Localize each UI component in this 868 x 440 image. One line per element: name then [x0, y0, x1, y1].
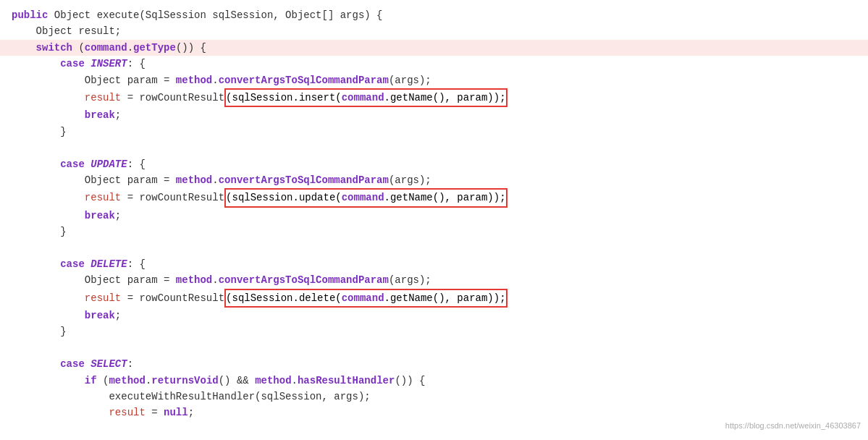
keyword-case-select: case	[60, 356, 85, 372]
result-var-insert: result	[85, 90, 121, 106]
result-var-update: result	[85, 190, 121, 206]
method-method-insert: method	[176, 72, 212, 88]
keyword-public: public	[12, 7, 48, 23]
code-line-24-exec-handler: executeWithResultHandler(sqlSession, arg…	[0, 389, 868, 405]
method-convertArgs-update: convertArgsToSqlCommandParam	[219, 172, 389, 188]
code-line-17-param-delete: Object param = method . convertArgsToSql…	[0, 272, 868, 288]
case-select-label: SELECT	[90, 356, 127, 372]
code-line-19-break-delete: break ;	[0, 308, 868, 323]
code-line-16-case-delete: case DELETE : {	[0, 256, 868, 272]
code-line-4-case-insert: case INSERT : {	[0, 56, 868, 72]
code-line-22-case-select: case SELECT :	[0, 356, 868, 372]
result-var-delete: result	[85, 290, 121, 306]
method-method-update: method	[176, 172, 212, 188]
code-line-blank-2	[0, 240, 868, 255]
case-insert-label: INSERT	[90, 56, 127, 72]
method-command: command	[85, 40, 127, 56]
code-line-11-param-update: Object param = method . convertArgsToSql…	[0, 172, 868, 188]
keyword-if-select: if	[85, 373, 97, 389]
method-getType: getType	[133, 40, 176, 56]
code-line-13-break-update: break ;	[0, 208, 868, 224]
code-line-12-result-update: result = rowCountResult (sqlSession.upda…	[0, 188, 868, 207]
method-method-delete: method	[176, 272, 212, 288]
method-method-select-1: method	[109, 373, 145, 389]
keyword-case-update: case	[60, 156, 85, 172]
code-line-25-result-null: result = null ;	[0, 405, 868, 420]
method-hasResultHandler: hasResultHandler	[298, 373, 395, 389]
case-update-label: UPDATE	[90, 156, 127, 172]
watermark: https://blog.csdn.net/weixin_46303867	[725, 420, 861, 433]
method-convertArgs-insert: convertArgsToSqlCommandParam	[219, 72, 389, 88]
boxed-update: (sqlSession.update(command.getName(), pa…	[224, 188, 507, 207]
keyword-break-insert: break	[85, 107, 115, 123]
code-line-10-case-update: case UPDATE : {	[0, 156, 868, 172]
code-line-14-close-update: }	[0, 224, 868, 240]
code-line-8-close-insert: }	[0, 124, 868, 140]
code-line-23-if-select: if ( method . returnsVoid () && method .…	[0, 373, 868, 389]
keyword-switch: switch	[36, 40, 72, 56]
code-line-6-result-insert: result = rowCountResult (sqlSession.inse…	[0, 88, 868, 107]
keyword-break-delete: break	[85, 308, 115, 323]
code-line-5-param-insert: Object param = method . convertArgsToSql…	[0, 72, 868, 88]
boxed-insert: (sqlSession.insert(command.getName(), pa…	[224, 88, 507, 107]
code-line-1: public Object execute (SqlSession sqlSes…	[0, 7, 868, 23]
keyword-case-insert: case	[60, 56, 85, 72]
code-line-2: Object result;	[0, 23, 868, 39]
code-line-blank-1	[0, 140, 868, 156]
boxed-delete: (sqlSession.delete(command.getName(), pa…	[224, 289, 507, 308]
keyword-case-delete: case	[60, 256, 85, 272]
result-var-null: result	[109, 405, 145, 420]
method-method-select-2: method	[255, 373, 291, 389]
code-line-blank-3	[0, 340, 868, 356]
keyword-break-update: break	[85, 208, 115, 224]
code-line-3-switch: switch ( command . getType ()) {	[0, 40, 868, 56]
keyword-null: null	[164, 405, 188, 420]
method-returnsVoid: returnsVoid	[151, 373, 218, 389]
method-convertArgs-delete: convertArgsToSqlCommandParam	[219, 272, 389, 288]
code-line-18-result-delete: result = rowCountResult (sqlSession.dele…	[0, 289, 868, 308]
code-line-20-close-delete: }	[0, 323, 868, 339]
code-line-7-break-insert: break ;	[0, 107, 868, 123]
code-viewer: public Object execute (SqlSession sqlSes…	[0, 0, 868, 440]
case-delete-label: DELETE	[90, 256, 127, 272]
